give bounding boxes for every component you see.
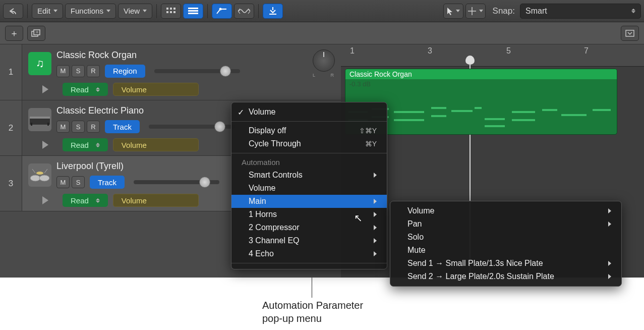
menu-item[interactable]: Smart Controls (231, 169, 387, 182)
submenu-item[interactable]: Pan (390, 217, 621, 231)
menu-item[interactable]: Main (231, 195, 387, 208)
menu-item[interactable]: Volume (231, 182, 387, 195)
m-button[interactable]: M (56, 176, 70, 188)
automation-icon (216, 8, 227, 15)
main-toolbar: Edit Functions View Snap: (0, 0, 644, 22)
track-number: 1 (0, 44, 22, 100)
snap-value: Smart (525, 7, 547, 16)
svg-text:+: + (36, 30, 38, 35)
menu-item[interactable]: 4 Echo (231, 247, 387, 260)
submenu-item[interactable]: Send 2 → Large Plate/2.0s Sustain Plate (390, 270, 621, 283)
chevron-down-icon (53, 10, 57, 12)
ruler-mark: 7 (584, 46, 589, 56)
menu-item[interactable]: 1 Horns (231, 208, 387, 221)
undo-arrow-icon (9, 8, 18, 15)
automation-mode-pill[interactable]: Region (105, 65, 145, 78)
automation-mode-pill[interactable]: Track (105, 120, 140, 133)
flex-button[interactable] (234, 4, 254, 19)
automation-parameter-menu[interactable]: Volume Display off⇧⌘Y Cycle Through⌘Y Au… (231, 102, 387, 269)
snap-label: Snap: (493, 6, 515, 16)
svg-point-9 (219, 8, 222, 10)
slider-thumb[interactable] (214, 121, 225, 132)
automation-curve-button[interactable] (212, 4, 232, 19)
plus-icon: ＋ (10, 27, 19, 39)
volume-slider[interactable] (154, 69, 240, 73)
catch-icon (268, 7, 277, 15)
slider-thumb[interactable] (199, 177, 210, 188)
playhead[interactable] (465, 56, 475, 65)
svg-rect-13 (626, 30, 634, 36)
list-view-button[interactable] (183, 4, 203, 19)
automation-parameter-select[interactable]: Volume (113, 194, 199, 207)
volume-slider[interactable] (134, 180, 219, 184)
submenu-item[interactable]: Solo (390, 231, 621, 244)
submenu-item[interactable]: Volume (390, 204, 621, 217)
ruler-mark: 3 (428, 46, 432, 56)
s-button[interactable]: S (72, 65, 85, 77)
volume-slider[interactable] (149, 125, 235, 129)
track-row[interactable]: 1 ♫ Classic Rock Organ MSR Region LR Rea… (0, 44, 341, 100)
disclosure-triangle[interactable] (42, 141, 48, 149)
ruler[interactable]: 1 3 5 7 (341, 44, 644, 67)
chevron-down-icon (456, 10, 460, 12)
submenu-arrow-icon (374, 199, 377, 204)
pointer-tool-button[interactable] (443, 4, 463, 19)
automation-read-select[interactable]: Read (63, 83, 108, 96)
automation-read-select[interactable]: Read (63, 138, 108, 151)
submenu-arrow-icon (374, 212, 377, 217)
grid-view-button[interactable] (161, 4, 181, 19)
submenu-item[interactable]: Mute (390, 244, 621, 257)
catch-playhead-button[interactable] (263, 4, 283, 19)
r-button[interactable]: R (87, 65, 100, 77)
svg-point-20 (36, 172, 43, 175)
svg-line-22 (44, 169, 47, 173)
automation-mode-pill[interactable]: Track (90, 176, 125, 189)
menu-item-display-off[interactable]: Display off⇧⌘Y (231, 124, 387, 137)
submenu-arrow-icon (374, 238, 377, 243)
automation-parameter-select[interactable]: Volume (113, 138, 199, 151)
s-button[interactable]: S (72, 121, 85, 133)
slider-thumb[interactable] (220, 66, 231, 77)
r-button[interactable]: R (87, 121, 100, 133)
grid-icon (166, 8, 175, 15)
snap-select[interactable]: Smart (520, 4, 641, 19)
automation-parameter-select[interactable]: Volume (113, 83, 199, 96)
submenu-arrow-icon (374, 251, 377, 256)
add-track-button[interactable]: ＋ (5, 26, 23, 41)
menu-item-volume-top[interactable]: Volume (231, 105, 387, 119)
svg-rect-3 (166, 11, 168, 13)
menu-item-cycle-through[interactable]: Cycle Through⌘Y (231, 137, 387, 150)
pan-lr-label: LR (313, 73, 335, 78)
track-name[interactable]: Classic Rock Organ (56, 50, 308, 61)
submenu-item[interactable]: Send 1 → Small Plate/1.3s Nice Plate (390, 257, 621, 270)
s-button[interactable]: S (72, 176, 85, 188)
crosshair-tool-button[interactable] (465, 4, 486, 19)
prev-tool-button[interactable] (3, 4, 23, 19)
menu-item[interactable]: 2 Compressor (231, 221, 387, 234)
svg-line-21 (32, 169, 35, 173)
svg-point-18 (30, 175, 40, 181)
edit-menu-button[interactable]: Edit (32, 4, 63, 19)
automation-read-select[interactable]: Read (63, 194, 108, 207)
menu-header-automation: Automation (231, 156, 387, 169)
svg-rect-5 (173, 11, 175, 13)
toggle-panel-button[interactable] (621, 26, 639, 41)
view-menu-button[interactable]: View (118, 4, 152, 19)
track-number: 2 (0, 100, 22, 155)
duplicate-track-button[interactable]: + (27, 26, 45, 41)
pan-knob[interactable] (313, 49, 335, 72)
menu-item[interactable]: 3 Channel EQ (231, 234, 387, 247)
submenu-arrow-icon (608, 261, 611, 266)
panel-icon (625, 30, 634, 37)
m-button[interactable]: M (56, 65, 70, 77)
automation-main-submenu[interactable]: VolumePanSoloMuteSend 1 → Small Plate/1.… (390, 201, 622, 287)
m-button[interactable]: M (56, 121, 70, 133)
track-header-bar: ＋ + (0, 22, 644, 44)
svg-rect-7 (188, 10, 198, 12)
svg-rect-17 (47, 123, 49, 126)
disclosure-triangle[interactable] (42, 85, 48, 93)
updown-icon (631, 9, 635, 13)
chevron-down-icon (143, 10, 147, 12)
functions-menu-button[interactable]: Functions (65, 4, 116, 19)
disclosure-triangle[interactable] (42, 196, 48, 204)
